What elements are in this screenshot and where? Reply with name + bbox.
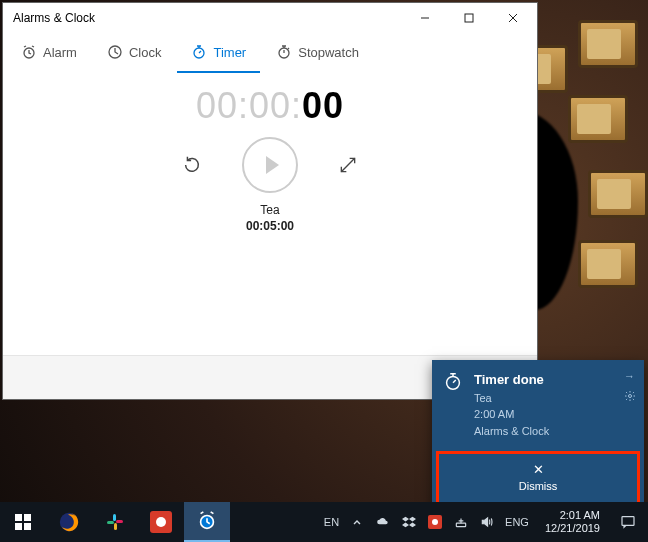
- play-icon: [266, 156, 279, 174]
- timer-body: 00:00:00 Tea 00:05:00: [3, 73, 537, 355]
- window-title: Alarms & Clock: [13, 11, 403, 25]
- play-button[interactable]: [242, 137, 298, 193]
- taskbar-date: 12/21/2019: [545, 522, 600, 535]
- svg-rect-11: [24, 514, 31, 521]
- tab-label: Alarm: [43, 45, 77, 60]
- tray-app-icon[interactable]: [427, 514, 443, 530]
- tab-clock[interactable]: Clock: [93, 33, 176, 73]
- toast-app: Alarms & Clock: [474, 423, 614, 440]
- tab-label: Timer: [213, 45, 246, 60]
- toast-settings-icon[interactable]: [624, 390, 636, 402]
- timer-icon: [191, 44, 207, 60]
- start-button[interactable]: [0, 502, 46, 542]
- toast-subtitle: Tea: [474, 390, 614, 407]
- taskbar: EN ENG 2:01 AM 12/21/2019: [0, 502, 648, 542]
- svg-rect-18: [116, 520, 123, 523]
- timer-display-faded: 00:00:: [196, 85, 302, 126]
- tray-input-lang[interactable]: EN: [324, 516, 339, 528]
- svg-rect-12: [15, 523, 22, 530]
- timer-duration: 00:05:00: [3, 219, 537, 233]
- timer-display: 00:00:00: [3, 85, 537, 127]
- svg-rect-10: [15, 514, 22, 521]
- close-icon: ✕: [439, 462, 637, 477]
- svg-point-9: [629, 395, 632, 398]
- titlebar: Alarms & Clock: [3, 3, 537, 33]
- reset-button[interactable]: [178, 151, 206, 179]
- toast-time: 2:00 AM: [474, 406, 614, 423]
- svg-rect-13: [24, 523, 31, 530]
- svg-rect-25: [622, 517, 634, 526]
- tab-label: Stopwatch: [298, 45, 359, 60]
- action-center-button[interactable]: [608, 502, 648, 542]
- notification-toast: Timer done Tea 2:00 AM Alarms & Clock → …: [432, 360, 644, 511]
- stopwatch-icon: [276, 44, 292, 60]
- tray-keyboard-lang[interactable]: ENG: [505, 516, 529, 528]
- tray-onedrive-icon[interactable]: [375, 514, 391, 530]
- taskbar-app-alarms-clock[interactable]: [184, 502, 230, 542]
- svg-rect-24: [456, 523, 465, 527]
- svg-rect-1: [465, 14, 473, 22]
- tab-bar: Alarm Clock Timer Stopwatch: [3, 33, 537, 73]
- tab-alarm[interactable]: Alarm: [7, 33, 91, 73]
- svg-rect-17: [114, 523, 117, 530]
- tray-chevron-up-icon[interactable]: [349, 514, 365, 530]
- tray-network-icon[interactable]: [453, 514, 469, 530]
- tab-label: Clock: [129, 45, 162, 60]
- tray-dropbox-icon[interactable]: [401, 514, 417, 530]
- close-button[interactable]: [491, 3, 535, 33]
- taskbar-clock[interactable]: 2:01 AM 12/21/2019: [537, 509, 608, 535]
- taskbar-app-generic[interactable]: [138, 502, 184, 542]
- svg-rect-16: [107, 521, 114, 524]
- alarm-icon: [21, 44, 37, 60]
- toast-title: Timer done: [474, 370, 614, 390]
- timer-display-seconds: 00: [302, 85, 344, 126]
- tray-volume-icon[interactable]: [479, 514, 495, 530]
- dismiss-label: Dismiss: [519, 480, 558, 492]
- alarms-clock-window: Alarms & Clock Alarm Clock Timer Stopwat…: [2, 2, 538, 400]
- taskbar-app-slack[interactable]: [92, 502, 138, 542]
- system-tray: EN ENG: [316, 514, 537, 530]
- svg-rect-15: [113, 514, 116, 521]
- minimize-button[interactable]: [403, 3, 447, 33]
- timer-icon: [442, 370, 464, 392]
- taskbar-app-firefox[interactable]: [46, 502, 92, 542]
- tab-timer[interactable]: Timer: [177, 33, 260, 73]
- tab-stopwatch[interactable]: Stopwatch: [262, 33, 373, 73]
- svg-point-23: [432, 519, 438, 525]
- dismiss-button[interactable]: ✕ Dismiss: [436, 451, 640, 505]
- expand-button[interactable]: [334, 151, 362, 179]
- svg-point-20: [156, 517, 166, 527]
- timer-meta: Tea 00:05:00: [3, 203, 537, 233]
- toast-expand-icon[interactable]: →: [624, 370, 636, 382]
- timer-name: Tea: [3, 203, 537, 217]
- timer-controls: [3, 137, 537, 193]
- taskbar-time: 2:01 AM: [545, 509, 600, 522]
- maximize-button[interactable]: [447, 3, 491, 33]
- clock-icon: [107, 44, 123, 60]
